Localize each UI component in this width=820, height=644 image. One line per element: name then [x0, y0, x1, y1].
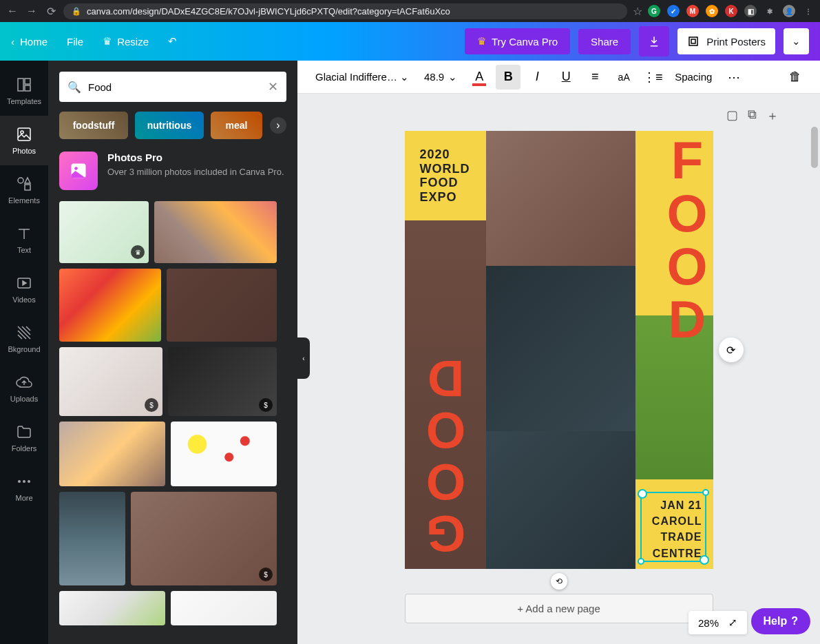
- reload-icon[interactable]: ⟳: [44, 4, 58, 18]
- svg-point-7: [18, 178, 23, 183]
- zoom-control[interactable]: 28% ⤢: [688, 611, 747, 634]
- svg-rect-4: [25, 85, 30, 91]
- italic-button[interactable]: I: [525, 65, 549, 90]
- rail-videos[interactable]: Videos: [0, 264, 48, 314]
- thumb[interactable]: [59, 269, 161, 342]
- poster-image[interactable]: [486, 266, 635, 431]
- url-bar[interactable]: 🔒 canva.com/design/DADxE4ZGC8E/k7OJvl-jB…: [63, 3, 627, 19]
- undo-button[interactable]: ↶: [168, 35, 177, 48]
- sync-icon[interactable]: ⟲: [551, 573, 567, 590]
- svg-rect-5: [18, 128, 30, 141]
- price-badge: $: [259, 568, 273, 581]
- chip-meal[interactable]: meal: [211, 112, 262, 139]
- thumb[interactable]: $: [168, 347, 277, 416]
- fullscreen-icon[interactable]: ⤢: [728, 616, 737, 629]
- pro-title: Photos Pro: [107, 152, 284, 163]
- photos-pro-banner[interactable]: Photos Pro Over 3 million photos include…: [59, 152, 286, 190]
- poster-heading[interactable]: 2020WORLDFOODEXPO: [420, 147, 470, 205]
- spacing-button[interactable]: Spacing: [669, 71, 717, 83]
- bold-button[interactable]: B: [496, 65, 521, 90]
- poster-canvas[interactable]: 2020WORLDFOODEXPO FOOD GOOD JAN 21CAROLL…: [405, 131, 713, 569]
- crown-icon: ♛: [477, 35, 486, 48]
- file-menu[interactable]: File: [67, 36, 83, 48]
- forward-icon[interactable]: →: [25, 4, 39, 18]
- add-page-button[interactable]: + Add a new page: [405, 594, 713, 623]
- delete-button[interactable]: 🗑: [783, 65, 808, 90]
- svg-point-11: [23, 480, 25, 483]
- ext-icon[interactable]: ✓: [667, 5, 680, 17]
- rail-photos[interactable]: Photos: [0, 116, 48, 165]
- ext-icon[interactable]: ◧: [744, 5, 757, 17]
- help-button[interactable]: Help?: [751, 608, 810, 634]
- thumb[interactable]: $: [59, 347, 162, 416]
- poster-food-text[interactable]: FOOD: [666, 131, 708, 343]
- svg-point-14: [74, 167, 78, 170]
- rail-templates[interactable]: Templates: [0, 66, 48, 116]
- try-pro-button[interactable]: ♛Try Canva Pro: [465, 28, 570, 54]
- selected-text-block[interactable]: JAN 21CAROLLTRADECENTRE: [640, 492, 706, 562]
- share-button[interactable]: Share: [578, 29, 631, 54]
- thumb[interactable]: [154, 201, 277, 263]
- rail-folders[interactable]: Folders: [0, 413, 48, 463]
- ext-icon[interactable]: ✿: [706, 5, 718, 17]
- svg-rect-0: [689, 37, 697, 45]
- editor-area: Glacial Indiffere…⌄ 48.9⌄ A B I U ≡ aA ⋮…: [297, 61, 820, 644]
- canvas-area[interactable]: ▢ ⧉ ＋ 2020WORLDFOODEXPO FOOD GOOD JAN 2: [297, 94, 820, 644]
- ext-icon[interactable]: ✱: [764, 5, 776, 17]
- more-button[interactable]: ⋯: [722, 65, 746, 90]
- print-dropdown[interactable]: ⌄: [784, 28, 809, 54]
- list-button[interactable]: ⋮≡: [640, 65, 665, 90]
- align-button[interactable]: ≡: [582, 65, 607, 90]
- underline-button[interactable]: U: [554, 65, 578, 90]
- thumb[interactable]: $: [131, 492, 277, 585]
- url-text: canva.com/design/DADxE4ZGC8E/k7OJvl-jBWI…: [87, 6, 450, 17]
- font-size-select[interactable]: 48.9⌄: [419, 68, 463, 86]
- poster-image[interactable]: [486, 131, 635, 266]
- page-controls: ▢ ⧉ ＋: [297, 107, 820, 131]
- ext-icon[interactable]: K: [725, 5, 737, 17]
- chip-foodstuff[interactable]: foodstuff: [59, 112, 128, 139]
- thumb[interactable]: [171, 591, 277, 625]
- filter-chips: foodstuff nutritious meal ›: [59, 112, 286, 139]
- chips-scroll-right[interactable]: ›: [270, 117, 286, 134]
- search-icon: 🔍: [67, 81, 81, 94]
- ext-icon[interactable]: M: [686, 5, 699, 17]
- download-button[interactable]: [639, 26, 669, 56]
- duplicate-icon[interactable]: ⧉: [748, 107, 757, 124]
- rail-elements[interactable]: Elements: [0, 165, 48, 215]
- chip-nutritious[interactable]: nutritious: [135, 112, 204, 139]
- search-box[interactable]: 🔍 ✕: [59, 72, 286, 102]
- notes-icon[interactable]: ▢: [726, 107, 738, 124]
- rotate-button[interactable]: ⟳: [719, 337, 744, 362]
- ext-icon[interactable]: G: [648, 5, 660, 17]
- resize-button[interactable]: ♛Resize: [103, 35, 149, 48]
- price-badge: $: [259, 398, 273, 412]
- add-page-icon[interactable]: ＋: [766, 107, 779, 124]
- home-button[interactable]: ‹Home: [11, 36, 48, 48]
- avatar[interactable]: 👤: [783, 5, 795, 17]
- poster-image[interactable]: [486, 431, 635, 569]
- case-button[interactable]: aA: [611, 65, 636, 90]
- poster-good-text[interactable]: GOOD: [425, 355, 466, 562]
- star-icon[interactable]: ☆: [633, 5, 642, 18]
- thumb[interactable]: [171, 422, 277, 486]
- thumb[interactable]: [59, 591, 165, 625]
- svg-rect-8: [25, 185, 30, 190]
- thumb[interactable]: [167, 269, 277, 342]
- rail-background[interactable]: Bkground: [0, 314, 48, 364]
- thumb[interactable]: ♛: [59, 201, 149, 263]
- clear-search-icon[interactable]: ✕: [268, 79, 278, 94]
- back-icon[interactable]: ←: [6, 4, 19, 18]
- font-family-select[interactable]: Glacial Indiffere…⌄: [310, 68, 414, 86]
- thumb[interactable]: [59, 492, 125, 585]
- rail-text[interactable]: Text: [0, 215, 48, 264]
- rail-uploads[interactable]: Uploads: [0, 364, 48, 413]
- rail-more[interactable]: More: [0, 463, 48, 512]
- print-button[interactable]: Print Posters: [677, 28, 775, 54]
- thumb[interactable]: [59, 422, 165, 486]
- search-input[interactable]: [88, 81, 261, 93]
- panel-collapse-handle[interactable]: ‹: [297, 337, 310, 379]
- text-color-button[interactable]: A: [467, 65, 492, 90]
- menu-icon[interactable]: ⋮: [802, 5, 814, 17]
- vertical-scrollbar[interactable]: [810, 127, 819, 644]
